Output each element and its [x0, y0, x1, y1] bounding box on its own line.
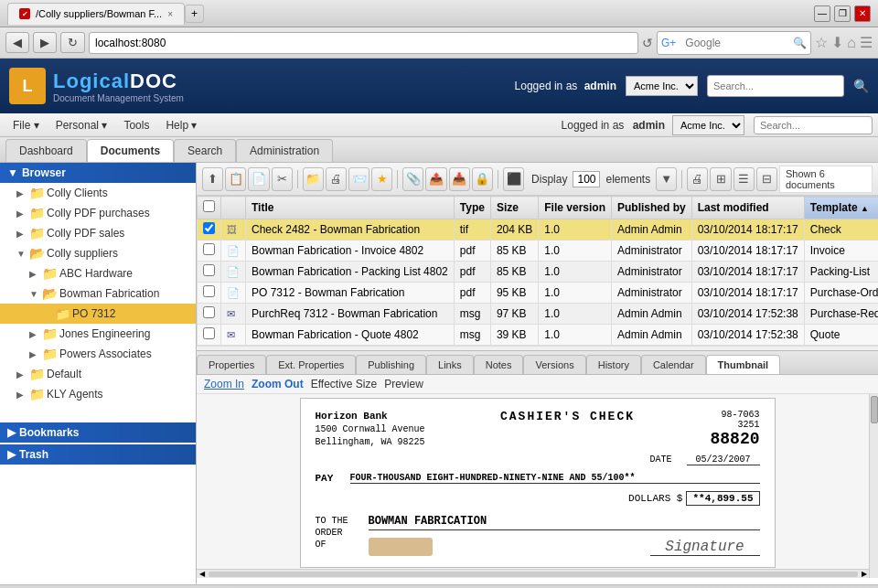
col-file-version[interactable]: File version	[539, 197, 612, 219]
app-search-icon[interactable]: 🔍	[853, 79, 869, 93]
table-row[interactable]: 📄 Bowman Fabrication - Packing List 4802…	[198, 262, 879, 283]
sidebar-item-colly-pdf-sales[interactable]: ▶ 📁 Colly PDF sales	[0, 223, 196, 243]
col-size[interactable]: Size	[490, 197, 538, 219]
toolbar-btn-3[interactable]: 📄	[248, 167, 269, 191]
table-row[interactable]: 🖼 Check 2482 - Bowman Fabrication tif 20…	[198, 219, 879, 241]
toolbar-btn-10[interactable]: 📤	[425, 167, 446, 191]
toolbar-view-btn-3[interactable]: ⊟	[756, 167, 777, 191]
row-check[interactable]	[198, 325, 221, 346]
col-check[interactable]	[198, 197, 221, 219]
table-row[interactable]: 📄 PO 7312 - Bowman Fabrication pdf 95 KB…	[198, 283, 879, 304]
bookmark-star-icon[interactable]: ☆	[815, 34, 828, 51]
toolbar-btn-1[interactable]: ⬆	[202, 167, 223, 191]
tab-calendar[interactable]: Calendar	[641, 355, 706, 374]
zoom-out-link[interactable]: Zoom Out	[252, 378, 304, 390]
toolbar-btn-4[interactable]: ✂	[272, 167, 293, 191]
col-title[interactable]: Title	[246, 197, 455, 219]
table-row[interactable]: ✉ Bowman Fabrication - Quote 4802 msg 39…	[198, 325, 879, 346]
tab-administration[interactable]: Administration	[236, 139, 333, 162]
table-row[interactable]: 📄 Bowman Fabrication - Invoice 4802 pdf …	[198, 241, 879, 262]
tab-dashboard[interactable]: Dashboard	[5, 139, 87, 162]
col-published-by[interactable]: Published by	[611, 197, 691, 219]
scroll-left-icon[interactable]: ◀	[198, 570, 207, 578]
app-search-input[interactable]	[707, 75, 844, 97]
sidebar-item-kly-agents[interactable]: ▶ 📁 KLY Agents	[0, 384, 196, 404]
toolbar-btn-5[interactable]: 📁	[303, 167, 324, 191]
select-all-checkbox[interactable]	[203, 200, 215, 212]
browser-tab[interactable]: ✔ /Colly suppliers/Bowman F... ×	[7, 3, 185, 25]
row-title[interactable]: Bowman Fabrication - Invoice 4802	[246, 241, 455, 262]
toolbar-btn-6[interactable]: 🖨	[326, 167, 347, 191]
row-title[interactable]: Bowman Fabrication - Packing List 4802	[246, 262, 455, 283]
tab-documents[interactable]: Documents	[87, 139, 174, 162]
toolbar-btn-11[interactable]: 📥	[449, 167, 470, 191]
tab-history[interactable]: History	[586, 355, 641, 374]
url-bar[interactable]	[89, 32, 638, 54]
tab-ext-properties[interactable]: Ext. Properties	[266, 355, 356, 374]
search-go-icon[interactable]: 🔍	[793, 37, 807, 49]
forward-button[interactable]: ▶	[33, 32, 57, 53]
col-template[interactable]: Template ▲	[804, 197, 878, 219]
sidebar-item-colly-suppliers[interactable]: ▼ 📂 Colly suppliers	[0, 243, 196, 263]
sidebar-item-jones-engineering[interactable]: ▶ 📁 Jones Engineering	[0, 324, 196, 344]
preview-link[interactable]: Preview	[384, 378, 423, 390]
sidebar-item-colly-pdf-purchases[interactable]: ▶ 📁 Colly PDF purchases	[0, 203, 196, 223]
new-tab-button[interactable]: +	[185, 5, 204, 23]
row-title[interactable]: PO 7312 - Bowman Fabrication	[246, 283, 455, 304]
tab-notes[interactable]: Notes	[474, 355, 524, 374]
menu-tools[interactable]: Tools	[116, 116, 156, 134]
table-row[interactable]: ✉ PurchReq 7312 - Bowman Fabrication msg…	[198, 304, 879, 325]
sidebar-trash-header[interactable]: ▶ Trash	[0, 444, 196, 465]
toolbar-btn-9[interactable]: 📎	[402, 167, 423, 191]
refresh-icon[interactable]: ↺	[642, 36, 653, 50]
tab-properties[interactable]: Properties	[197, 355, 266, 374]
sidebar-item-default[interactable]: ▶ 📁 Default	[0, 364, 196, 384]
tab-links[interactable]: Links	[426, 355, 474, 374]
menu-file[interactable]: File ▾	[5, 116, 47, 134]
menu-help[interactable]: Help ▾	[158, 116, 204, 134]
company-select[interactable]: Acme Inc.	[626, 76, 698, 96]
menu-company-select[interactable]: Acme Inc.	[672, 115, 744, 135]
row-check[interactable]	[198, 283, 221, 304]
minimize-button[interactable]: —	[814, 5, 830, 22]
row-check[interactable]	[198, 262, 221, 283]
row-title[interactable]: PurchReq 7312 - Bowman Fabrication	[246, 304, 455, 325]
sidebar-item-bowman-fabrication[interactable]: ▼ 📂 Bowman Fabrication	[0, 283, 196, 304]
toolbar-filter-btn[interactable]: ▼	[656, 167, 677, 191]
toolbar-print-btn[interactable]: 🖨	[687, 167, 708, 191]
tab-close-btn[interactable]: ×	[167, 9, 173, 19]
col-type[interactable]: Type	[454, 197, 490, 219]
sidebar-bookmarks-header[interactable]: ▶ Bookmarks	[0, 422, 196, 443]
sidebar-item-powers-associates[interactable]: ▶ 📁 Powers Associates	[0, 344, 196, 364]
menu-icon[interactable]: ☰	[860, 34, 873, 51]
sidebar-item-po-7312[interactable]: 📁 PO 7312	[0, 304, 196, 324]
row-check[interactable]	[198, 219, 221, 241]
row-check[interactable]	[198, 304, 221, 325]
toolbar-view-btn-2[interactable]: ☰	[733, 167, 755, 191]
toolbar-btn-13[interactable]: ⬛	[503, 167, 524, 191]
tab-versions[interactable]: Versions	[523, 355, 585, 374]
tab-search[interactable]: Search	[174, 139, 236, 162]
effective-size-link[interactable]: Effective Size	[311, 378, 377, 390]
toolbar-btn-8[interactable]: ★	[371, 167, 392, 191]
zoom-in-link[interactable]: Zoom In	[204, 378, 244, 390]
toolbar-btn-2[interactable]: 📋	[225, 167, 246, 191]
home-icon[interactable]: ⌂	[847, 35, 856, 51]
tab-publishing[interactable]: Publishing	[356, 355, 426, 374]
sidebar-browser-header[interactable]: ▼ Browser	[0, 163, 196, 183]
back-button[interactable]: ◀	[5, 32, 29, 53]
tab-thumbnail[interactable]: Thumbnail	[706, 355, 781, 374]
toolbar-view-btn-1[interactable]: ⊞	[710, 167, 731, 191]
menu-search-input[interactable]	[754, 116, 873, 134]
download-icon[interactable]: ⬇	[831, 34, 843, 51]
menu-personal[interactable]: Personal ▾	[48, 116, 115, 134]
restore-button[interactable]: ❐	[834, 5, 851, 22]
row-title[interactable]: Bowman Fabrication - Quote 4802	[246, 325, 455, 346]
refresh-button[interactable]: ↻	[60, 32, 85, 53]
scroll-right-icon[interactable]: ▶	[860, 570, 869, 578]
sidebar-item-abc-hardware[interactable]: ▶ 📁 ABC Hardware	[0, 263, 196, 283]
row-title[interactable]: Check 2482 - Bowman Fabrication	[246, 219, 455, 241]
toolbar-btn-12[interactable]: 🔒	[472, 167, 493, 191]
close-button[interactable]: ✕	[854, 5, 871, 22]
sidebar-item-colly-clients[interactable]: ▶ 📁 Colly Clients	[0, 183, 196, 203]
